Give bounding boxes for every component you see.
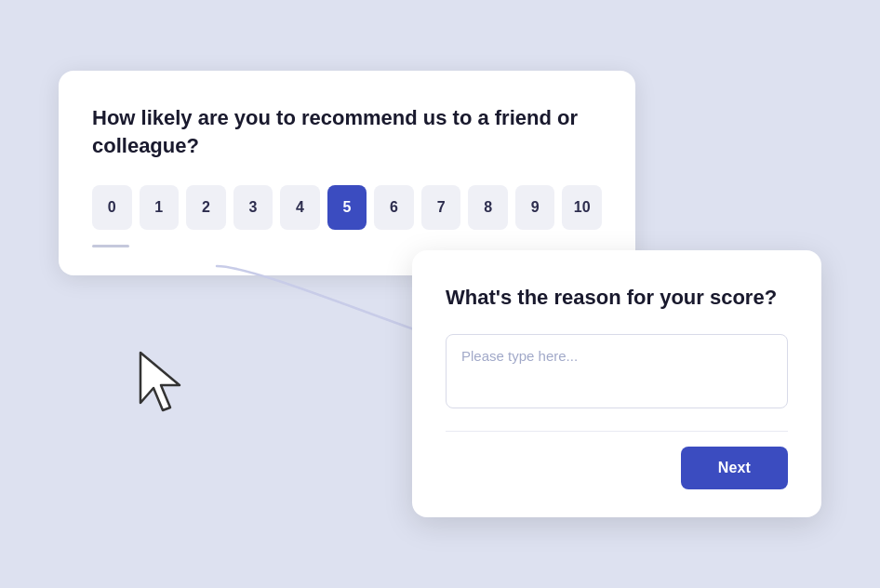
nps-scale: 0 1 2 3 4 5 6 7 8 9 10	[92, 185, 602, 230]
cursor-icon	[133, 345, 189, 423]
nps-btn-5[interactable]: 5	[327, 185, 367, 230]
nps-btn-6[interactable]: 6	[374, 185, 414, 230]
nps-btn-8[interactable]: 8	[468, 185, 508, 230]
nps-question: How likely are you to recommend us to a …	[92, 104, 602, 159]
reason-footer: Next	[446, 447, 788, 489]
nps-btn-7[interactable]: 7	[421, 185, 461, 230]
nps-btn-1[interactable]: 1	[140, 185, 180, 230]
reason-question: What's the reason for your score?	[446, 284, 788, 312]
nps-btn-9[interactable]: 9	[515, 185, 555, 230]
nps-btn-2[interactable]: 2	[186, 185, 226, 230]
nps-btn-4[interactable]: 4	[280, 185, 320, 230]
reason-card: What's the reason for your score? Next	[412, 250, 821, 517]
reason-divider	[446, 431, 788, 432]
nps-btn-0[interactable]: 0	[92, 185, 132, 230]
nps-card-footer-bar	[92, 245, 129, 247]
nps-btn-10[interactable]: 10	[562, 185, 602, 230]
nps-btn-3[interactable]: 3	[233, 185, 273, 230]
reason-textarea[interactable]	[446, 334, 788, 408]
scene: How likely are you to recommend us to a …	[59, 71, 821, 517]
next-button[interactable]: Next	[681, 447, 788, 489]
nps-card: How likely are you to recommend us to a …	[59, 71, 635, 275]
svg-marker-0	[140, 353, 180, 410]
